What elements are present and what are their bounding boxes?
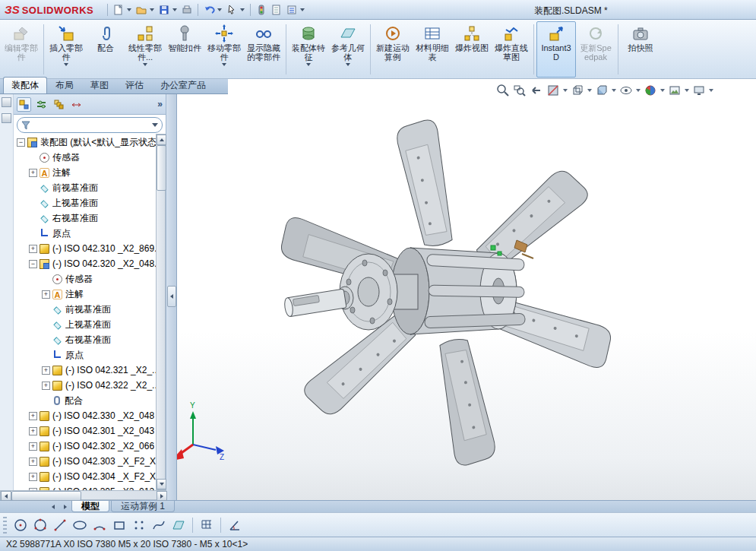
angle-tool-icon[interactable] bbox=[226, 516, 244, 534]
ribbon-button-assembly-features[interactable]: 装配体特征 bbox=[289, 21, 328, 78]
dropdown-arrow-icon[interactable] bbox=[346, 63, 350, 66]
tab-layout[interactable]: 布局 bbox=[47, 77, 82, 93]
view-orientation-icon[interactable] bbox=[570, 83, 585, 98]
tree-item-front-plane[interactable]: 前视基准面 bbox=[14, 302, 156, 317]
dropdown-arrow-icon[interactable] bbox=[150, 8, 154, 11]
expand-icon[interactable] bbox=[42, 382, 50, 390]
open-icon[interactable] bbox=[134, 2, 149, 17]
tree-item-origin[interactable]: 原点 bbox=[14, 347, 156, 363]
dropdown-arrow-icon[interactable] bbox=[685, 89, 689, 92]
ribbon-button-mate[interactable]: 配合 bbox=[86, 21, 125, 78]
tree-item-component[interactable]: (-) ISO 042.303 _X_F2_X bbox=[14, 454, 156, 469]
edit-appearance-icon[interactable] bbox=[643, 83, 658, 98]
tree-item-right-plane[interactable]: 右视基准面 bbox=[14, 211, 156, 226]
scroll-up-icon[interactable] bbox=[157, 135, 166, 145]
expand-icon[interactable] bbox=[29, 260, 37, 268]
point-tool-icon[interactable] bbox=[130, 516, 148, 534]
ellipse-tool-icon[interactable] bbox=[71, 516, 89, 534]
undo-icon[interactable] bbox=[201, 2, 217, 17]
section-view-icon[interactable] bbox=[546, 83, 561, 98]
dropdown-arrow-icon[interactable] bbox=[217, 8, 222, 11]
tree-item-component[interactable]: (-) ISO 042.301 _X2_043 bbox=[14, 423, 156, 439]
zoom-fit-icon[interactable] bbox=[495, 83, 511, 98]
tree-item-component[interactable]: (-) ISO 042.302 _X2_066 bbox=[14, 439, 156, 454]
expand-icon[interactable] bbox=[42, 290, 50, 299]
hide-show-items-icon[interactable] bbox=[618, 83, 634, 98]
dimxpert-icon[interactable] bbox=[69, 97, 84, 112]
dropdown-arrow-icon[interactable] bbox=[172, 8, 177, 11]
expand-icon[interactable] bbox=[29, 169, 37, 177]
circle-tool-icon[interactable] bbox=[11, 516, 30, 534]
filter-input[interactable] bbox=[33, 119, 149, 131]
featuremanager-tree-icon[interactable] bbox=[17, 97, 31, 112]
line-tool-icon[interactable] bbox=[51, 516, 69, 534]
assembly-3d-view[interactable]: Y Z bbox=[176, 79, 756, 500]
expand-icon[interactable] bbox=[29, 427, 37, 435]
dropdown-arrow-icon[interactable] bbox=[127, 8, 131, 11]
ribbon-button-show-hidden-components[interactable]: 显示隐藏的零部件 bbox=[244, 21, 283, 78]
tree-item-component[interactable]: (-) ISO 042.330 _X2_048 bbox=[14, 408, 156, 423]
tree-vertical-scrollbar[interactable] bbox=[156, 134, 166, 490]
tree-item-component[interactable]: (-) ISO 042.322 _X2_... bbox=[14, 378, 156, 393]
ribbon-button-bill-of-materials[interactable]: 材料明细表 bbox=[413, 21, 452, 78]
ribbon-button-edit-component[interactable]: 编辑零部件 bbox=[2, 21, 41, 78]
dropdown-arrow-icon[interactable] bbox=[306, 63, 311, 66]
plane-tool-icon[interactable] bbox=[169, 516, 188, 534]
configurationmanager-icon[interactable] bbox=[52, 97, 66, 112]
dropdown-arrow-icon[interactable] bbox=[64, 63, 68, 66]
apply-scene-icon[interactable] bbox=[667, 83, 682, 98]
docked-toolbar-icon[interactable] bbox=[2, 97, 11, 107]
expand-icon[interactable] bbox=[29, 442, 37, 451]
tree-item-sensors[interactable]: 传感器 bbox=[14, 271, 156, 287]
panel-splitter[interactable] bbox=[166, 94, 177, 500]
ribbon-button-move-component[interactable]: 移动零部件 bbox=[204, 21, 244, 78]
tab-sketch[interactable]: 草图 bbox=[82, 77, 117, 93]
tree-item-component[interactable]: (-) ISO 042.310 _X2_869... bbox=[14, 241, 156, 256]
expand-icon[interactable] bbox=[29, 473, 37, 481]
dropdown-arrow-icon[interactable] bbox=[240, 8, 245, 11]
ribbon-button-insert-component[interactable]: 插入零部件 bbox=[46, 21, 86, 78]
scrollbar-thumb[interactable] bbox=[11, 491, 81, 501]
tab-model[interactable]: 模型 bbox=[71, 501, 109, 512]
expand-icon[interactable] bbox=[29, 412, 37, 420]
dropdown-arrow-icon[interactable] bbox=[660, 89, 665, 92]
dropdown-arrow-icon[interactable] bbox=[709, 89, 713, 92]
toolbar-grip[interactable] bbox=[3, 517, 7, 534]
expand-icon[interactable] bbox=[42, 366, 50, 375]
ribbon-button-update-speedpak[interactable]: 更新Speedpak bbox=[576, 21, 615, 78]
previous-view-icon[interactable] bbox=[529, 83, 544, 98]
scroll-down-icon[interactable] bbox=[157, 479, 166, 489]
tab-motion-study-1[interactable]: 运动算例 1 bbox=[111, 501, 175, 512]
panel-overflow-icon[interactable]: » bbox=[157, 99, 163, 109]
ribbon-button-linear-component-pattern[interactable]: 线性零部件... bbox=[125, 21, 165, 78]
scroll-left-icon[interactable] bbox=[1, 491, 11, 501]
dropdown-arrow-icon[interactable] bbox=[612, 89, 616, 92]
print-icon[interactable] bbox=[179, 2, 195, 17]
ribbon-button-explode-line-sketch[interactable]: 爆炸直线草图 bbox=[492, 21, 531, 78]
tree-item-mates[interactable]: 配合 bbox=[14, 393, 156, 408]
save-icon[interactable] bbox=[157, 2, 172, 17]
tree-item-top-plane[interactable]: 上视基准面 bbox=[14, 195, 156, 211]
dropdown-arrow-icon[interactable] bbox=[563, 89, 568, 92]
tree-item-annotations[interactable]: 注解 bbox=[14, 165, 156, 180]
tab-scroll-right-icon[interactable] bbox=[59, 501, 71, 512]
tree-item-assembly-root[interactable]: 装配图 (默认<默认_显示状态 bbox=[14, 135, 156, 150]
dropdown-arrow-icon[interactable] bbox=[300, 8, 305, 11]
tree-item-front-plane[interactable]: 前视基准面 bbox=[14, 180, 156, 195]
tree-item-right-plane[interactable]: 右视基准面 bbox=[14, 332, 156, 347]
dropdown-arrow-icon[interactable] bbox=[222, 63, 226, 66]
graphics-viewport[interactable]: Y Z bbox=[176, 79, 756, 500]
ribbon-button-take-snapshot[interactable]: 拍快照 bbox=[621, 21, 660, 78]
panel-collapse-icon[interactable] bbox=[167, 286, 176, 307]
expand-icon[interactable] bbox=[29, 245, 37, 253]
arc-tool-icon[interactable] bbox=[90, 516, 109, 534]
tree-item-component[interactable]: (-) ISO 042.321 _X2_... bbox=[14, 363, 156, 378]
tab-scroll-left-icon[interactable] bbox=[47, 501, 59, 512]
ribbon-button-exploded-view[interactable]: 爆炸视图 bbox=[452, 21, 492, 78]
tree-item-subassembly[interactable]: (-) ISO 042.320 _X2_048... bbox=[14, 256, 156, 271]
grid-tool-icon[interactable] bbox=[198, 516, 216, 534]
docked-toolbar-icon[interactable] bbox=[2, 113, 11, 123]
dropdown-arrow-icon[interactable] bbox=[143, 63, 147, 66]
dropdown-arrow-icon[interactable] bbox=[636, 89, 641, 92]
ribbon-button-new-motion-study[interactable]: 新建运动算例 bbox=[373, 21, 413, 78]
